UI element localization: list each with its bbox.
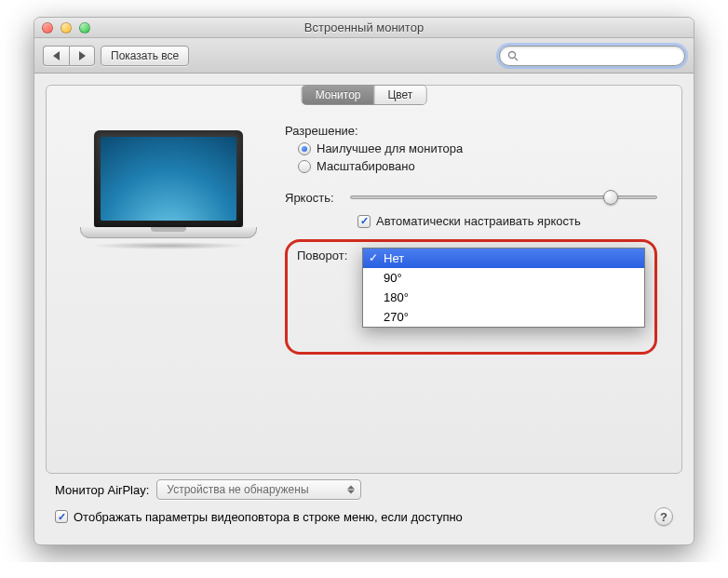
checkbox-label: Автоматически настраивать яркость bbox=[376, 214, 581, 228]
mirror-row: ✓ Отображать параметры видеоповтора в ст… bbox=[55, 507, 673, 526]
laptop-shadow bbox=[89, 242, 248, 249]
rotation-option-none[interactable]: Нет bbox=[363, 249, 644, 268]
airplay-row: Монитор AirPlay: Устройства не обнаружен… bbox=[55, 479, 673, 500]
chevron-right-icon bbox=[79, 51, 86, 60]
rotation-label: Поворот: bbox=[297, 248, 353, 262]
brightness-label: Яркость: bbox=[285, 190, 341, 205]
bottom-area: Монитор AirPlay: Устройства не обнаружен… bbox=[46, 474, 682, 533]
radio-scaled[interactable]: Масштабировано bbox=[298, 159, 657, 173]
svg-point-0 bbox=[509, 51, 516, 58]
rotation-option-180[interactable]: 180° bbox=[363, 288, 644, 307]
window-title: Встроенный монитор bbox=[34, 20, 694, 34]
settings-column: Разрешение: Наилучшее для монитора Масшт… bbox=[285, 123, 657, 355]
radio-icon bbox=[298, 142, 311, 155]
laptop-screen bbox=[101, 137, 236, 221]
toolbar: Показать все bbox=[34, 38, 694, 74]
laptop-screen-bezel bbox=[94, 130, 243, 227]
resolution-radio-group: Наилучшее для монитора Масштабировано bbox=[298, 141, 657, 173]
rotation-highlight: Поворот: Нет 90° 180° 270° bbox=[285, 239, 657, 355]
titlebar: Встроенный монитор bbox=[34, 18, 694, 38]
forward-button[interactable] bbox=[69, 46, 95, 66]
inner: Разрешение: Наилучшее для монитора Масшт… bbox=[47, 114, 681, 364]
chevron-left-icon bbox=[53, 51, 60, 60]
tab-bar: Монитор Цвет bbox=[302, 85, 427, 105]
laptop-body bbox=[80, 227, 257, 238]
radio-label: Масштабировано bbox=[317, 159, 415, 173]
airplay-select[interactable]: Устройства не обнаружены bbox=[156, 479, 361, 500]
content: Монитор Цвет Разрешение: bbox=[34, 74, 694, 544]
resolution-label: Разрешение: bbox=[285, 123, 358, 138]
radio-icon bbox=[298, 160, 311, 173]
brightness-row: Яркость: bbox=[285, 190, 657, 205]
search-field[interactable] bbox=[499, 46, 685, 66]
resolution-row: Разрешение: bbox=[285, 123, 657, 138]
tab-color[interactable]: Цвет bbox=[374, 86, 425, 104]
brightness-slider[interactable] bbox=[350, 195, 657, 199]
radio-label: Наилучшее для монитора bbox=[317, 141, 463, 155]
back-button[interactable] bbox=[43, 46, 69, 66]
airplay-value: Устройства не обнаружены bbox=[167, 483, 308, 496]
auto-brightness-checkbox[interactable]: ✓ Автоматически настраивать яркость bbox=[357, 214, 657, 228]
mirror-checkbox[interactable]: ✓ Отображать параметры видеоповтора в ст… bbox=[55, 510, 463, 524]
checkbox-icon: ✓ bbox=[55, 510, 68, 523]
slider-knob[interactable] bbox=[603, 190, 618, 205]
main-panel: Монитор Цвет Разрешение: bbox=[46, 85, 682, 474]
select-arrows-icon bbox=[347, 486, 355, 494]
mirror-label: Отображать параметры видеоповтора в стро… bbox=[74, 510, 463, 524]
preferences-window: Встроенный монитор Показать все Монитор … bbox=[34, 17, 694, 545]
rotation-row: Поворот: Нет 90° 180° 270° bbox=[297, 248, 645, 328]
checkbox-icon: ✓ bbox=[357, 215, 371, 228]
airplay-label: Монитор AirPlay: bbox=[55, 483, 149, 497]
search-input[interactable] bbox=[522, 49, 677, 62]
display-preview bbox=[80, 130, 257, 355]
rotation-option-270[interactable]: 270° bbox=[363, 307, 644, 327]
help-button[interactable]: ? bbox=[654, 507, 673, 526]
radio-best-for-display[interactable]: Наилучшее для монитора bbox=[298, 141, 657, 155]
rotation-dropdown[interactable]: Нет 90° 180° 270° bbox=[362, 248, 645, 328]
show-all-button[interactable]: Показать все bbox=[101, 46, 189, 66]
slider-track bbox=[350, 195, 657, 199]
rotation-option-90[interactable]: 90° bbox=[363, 268, 644, 288]
nav-group bbox=[43, 46, 95, 66]
search-icon bbox=[507, 50, 519, 61]
svg-line-1 bbox=[515, 58, 518, 60]
tab-monitor[interactable]: Монитор bbox=[303, 86, 375, 104]
laptop-notch bbox=[151, 227, 186, 232]
